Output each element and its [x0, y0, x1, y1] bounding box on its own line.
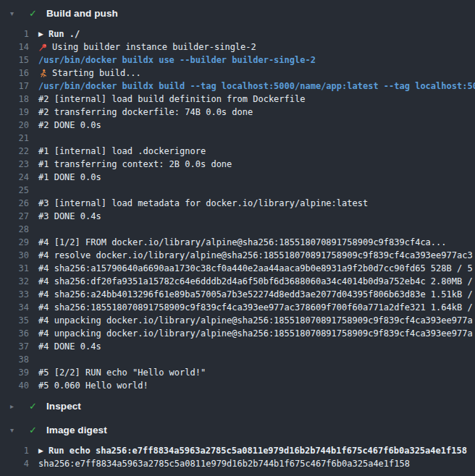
line-number[interactable]: 22: [0, 146, 29, 156]
log-line: 4sha256:e7ff8834a5963a2785c5a0811e979d16…: [0, 457, 475, 470]
pushpin-icon-wrap: [38, 43, 48, 52]
log-line: 25: [0, 184, 475, 197]
log-line: 1▶Run ./: [0, 27, 475, 41]
log-line-content: #4 unpacking docker.io/library/alpine@sh…: [38, 315, 473, 326]
log-line-content: Starting build...: [38, 68, 141, 78]
line-number[interactable]: 33: [0, 289, 29, 299]
line-number[interactable]: 1: [0, 29, 29, 39]
line-number[interactable]: 31: [0, 263, 29, 273]
log-text: #4 unpacking docker.io/library/alpine@sh…: [38, 328, 473, 339]
chevron-down-icon[interactable]: ▾: [10, 9, 22, 17]
line-number[interactable]: 1: [0, 446, 29, 456]
log-text: #2 DONE 0.0s: [38, 120, 101, 130]
chevron-down-icon[interactable]: ▾: [10, 426, 22, 434]
line-number[interactable]: 4: [0, 459, 29, 469]
section-header-build-and-push[interactable]: ▾✓Build and push: [0, 3, 475, 23]
log-line: 29#4 [1/2] FROM docker.io/library/alpine…: [0, 236, 475, 249]
log-line: 38: [0, 353, 475, 366]
log-line: 18#2 [internal] load build definition fr…: [0, 93, 475, 106]
log-line-content: ▶Run ./: [38, 29, 80, 39]
play-icon[interactable]: ▶: [38, 30, 43, 38]
log-line-content: /usr/bin/docker buildx use --builder bui…: [38, 55, 316, 65]
section-title: Inspect: [46, 401, 81, 412]
log-text: #3 DONE 0.4s: [38, 211, 101, 221]
log-line: 21: [0, 132, 475, 145]
section-header-inspect[interactable]: ▸✓Inspect: [0, 396, 475, 416]
log-line-content: #1 DONE 0.0s: [38, 172, 101, 182]
line-number[interactable]: 39: [0, 367, 29, 378]
log-text: #5 [2/2] RUN echo "Hello world!": [38, 367, 206, 378]
check-icon: ✓: [28, 425, 38, 435]
section-header-image-digest[interactable]: ▾✓Image digest: [0, 420, 475, 440]
log-line: 15/usr/bin/docker buildx use --builder b…: [0, 54, 475, 67]
check-icon: ✓: [28, 8, 38, 19]
line-number[interactable]: 35: [0, 315, 29, 326]
line-number[interactable]: 19: [0, 107, 29, 117]
log-text: #4 resolve docker.io/library/alpine@sha2…: [38, 250, 473, 260]
line-number[interactable]: 40: [0, 381, 29, 391]
line-number[interactable]: 23: [0, 159, 29, 169]
line-number[interactable]: 15: [0, 55, 29, 65]
line-number[interactable]: 24: [0, 172, 29, 182]
runner-icon: [38, 69, 48, 78]
line-number[interactable]: 28: [0, 224, 29, 234]
line-number[interactable]: 30: [0, 250, 29, 260]
log-line-content: #4 sha256:a24bb4013296f61e89ba57005a7b3e…: [38, 289, 473, 299]
log-line: 23#1 transferring context: 2B 0.0s done: [0, 158, 475, 171]
log-text: Run echo sha256:e7ff8834a5963a2785c5a081…: [49, 446, 467, 456]
line-number[interactable]: 17: [0, 81, 29, 91]
line-number[interactable]: 18: [0, 94, 29, 104]
log-line-content: #4 resolve docker.io/library/alpine@sha2…: [38, 250, 473, 260]
log-line-content: #4 DONE 0.4s: [38, 341, 101, 352]
log-line-content: #4 unpacking docker.io/library/alpine@sh…: [38, 328, 473, 339]
log-text: #2 transferring dockerfile: 74B 0.0s don…: [38, 107, 253, 117]
section-image-digest: ▾✓Image digest1▶Run echo sha256:e7ff8834…: [0, 420, 475, 470]
log-line: 39#5 [2/2] RUN echo "Hello world!": [0, 366, 475, 379]
log-line: 30#4 resolve docker.io/library/alpine@sh…: [0, 249, 475, 262]
line-number[interactable]: 32: [0, 276, 29, 286]
line-number[interactable]: 16: [0, 68, 29, 78]
section-body-build-and-push: 1▶Run ./14Using builder instance builder…: [0, 27, 475, 392]
workflow-log-viewer: ▾✓Build and push1▶Run ./14Using builder …: [0, 0, 475, 470]
log-line: 24#1 DONE 0.0s: [0, 171, 475, 184]
log-line-content: #1 transferring context: 2B 0.0s done: [38, 159, 232, 169]
log-text: #4 sha256:a15790640a6690aa1730c38cf0a440…: [38, 263, 473, 273]
log-line-content: #4 sha256:a15790640a6690aa1730c38cf0a440…: [38, 263, 473, 273]
log-line-content: Using builder instance builder-single-2: [38, 42, 256, 52]
check-icon: ✓: [28, 401, 38, 412]
log-text: #1 [internal] load .dockerignore: [38, 146, 206, 156]
log-line-content: ▶Run echo sha256:e7ff8834a5963a2785c5a08…: [38, 446, 467, 456]
log-line: 19#2 transferring dockerfile: 74B 0.0s d…: [0, 106, 475, 119]
log-text: #1 DONE 0.0s: [38, 172, 101, 182]
line-number[interactable]: 21: [0, 133, 29, 143]
log-text: #4 unpacking docker.io/library/alpine@sh…: [38, 315, 473, 326]
chevron-right-icon[interactable]: ▸: [10, 402, 22, 410]
log-line: 26#3 [internal] load metadata for docker…: [0, 197, 475, 210]
line-number[interactable]: 27: [0, 211, 29, 221]
log-line: 14Using builder instance builder-single-…: [0, 41, 475, 54]
line-number[interactable]: 34: [0, 302, 29, 313]
log-line: 34#4 sha256:185518070891758909c9f839cf4c…: [0, 301, 475, 314]
log-line: 28: [0, 223, 475, 236]
log-line: 36#4 unpacking docker.io/library/alpine@…: [0, 327, 475, 340]
log-text: Using builder instance builder-single-2: [52, 42, 256, 52]
log-text: #4 [1/2] FROM docker.io/library/alpine@s…: [38, 237, 447, 247]
line-number[interactable]: 38: [0, 354, 29, 365]
log-line: 35#4 unpacking docker.io/library/alpine@…: [0, 314, 475, 327]
line-number[interactable]: 14: [0, 42, 29, 52]
line-number[interactable]: 25: [0, 185, 29, 195]
line-number[interactable]: 37: [0, 341, 29, 352]
line-number[interactable]: 29: [0, 237, 29, 247]
log-text: #4 sha256:a24bb4013296f61e89ba57005a7b3e…: [38, 289, 473, 299]
log-line: 32#4 sha256:df20fa9351a15782c64e6dddb2d4…: [0, 275, 475, 288]
line-number[interactable]: 20: [0, 120, 29, 130]
section-title: Image digest: [46, 425, 107, 435]
log-line: 22#1 [internal] load .dockerignore: [0, 145, 475, 158]
line-number[interactable]: 36: [0, 328, 29, 339]
log-line-content: #5 0.060 Hello world!: [38, 381, 148, 391]
play-icon[interactable]: ▶: [38, 447, 43, 454]
log-line: 1▶Run echo sha256:e7ff8834a5963a2785c5a0…: [0, 444, 475, 457]
log-line-content: #2 DONE 0.0s: [38, 120, 101, 130]
line-number[interactable]: 26: [0, 198, 29, 208]
log-line: 33#4 sha256:a24bb4013296f61e89ba57005a7b…: [0, 288, 475, 301]
